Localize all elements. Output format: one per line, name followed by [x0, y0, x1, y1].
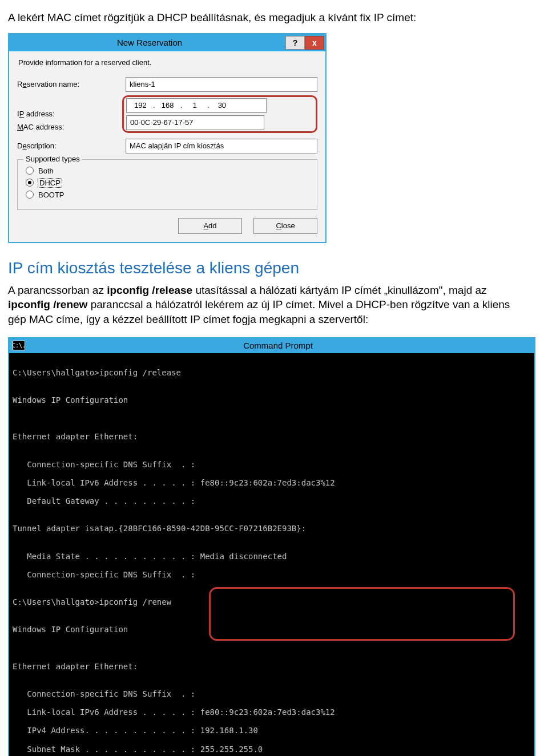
radio-bootp[interactable]: BOOTP — [26, 191, 309, 199]
description-label: Description: — [17, 142, 126, 150]
cmd-titlebar: C:\. Command Prompt — [9, 338, 534, 353]
dialog-titlebar: New Reservation ? x — [9, 34, 325, 51]
radio-icon — [26, 191, 34, 199]
cmd-output[interactable]: C:\Users\hallgato>ipconfig /release Wind… — [9, 353, 534, 756]
description-input[interactable] — [126, 139, 317, 153]
ip-mac-highlight: 192. 168. 1. 30 — [126, 95, 317, 133]
reservation-name-input[interactable] — [126, 77, 317, 92]
cmd-title: Command Prompt — [25, 341, 531, 350]
radio-icon — [26, 167, 34, 175]
close-button[interactable]: x — [305, 36, 324, 50]
mac-address-label: MAC address: — [17, 123, 126, 131]
dialog-title: New Reservation — [14, 38, 285, 47]
radio-both[interactable]: Both — [26, 167, 309, 175]
radio-dhcp[interactable]: DHCP — [26, 179, 309, 187]
mac-address-input[interactable] — [126, 115, 264, 130]
ip-address-input[interactable]: 192. 168. 1. 30 — [126, 98, 267, 113]
dialog-description: Provide information for a reserved clien… — [18, 58, 317, 67]
intro-paragraph: A lekért MAC címet rögzítjük a DHCP beál… — [8, 10, 525, 25]
supported-types-legend: Supported types — [23, 155, 82, 163]
supported-types-group: Supported types Both DHCP BOOTP — [17, 159, 317, 210]
radio-icon — [26, 179, 34, 187]
ip-address-label: IP address: — [17, 110, 126, 118]
cmd-icon: C:\. — [13, 341, 25, 350]
explanation-paragraph: A parancssorban az ipconfig /release uta… — [8, 283, 525, 327]
section-heading: IP cím kiosztás tesztelése a kliens gépe… — [8, 259, 525, 277]
new-reservation-dialog: New Reservation ? x Provide information … — [8, 33, 327, 243]
close-dialog-button[interactable]: Close — [253, 218, 317, 234]
command-prompt-window: C:\. Command Prompt C:\Users\hallgato>ip… — [8, 337, 535, 756]
help-button[interactable]: ? — [285, 36, 305, 50]
reservation-name-label: Reservation name: — [17, 80, 126, 88]
add-button[interactable]: Add — [178, 218, 242, 234]
